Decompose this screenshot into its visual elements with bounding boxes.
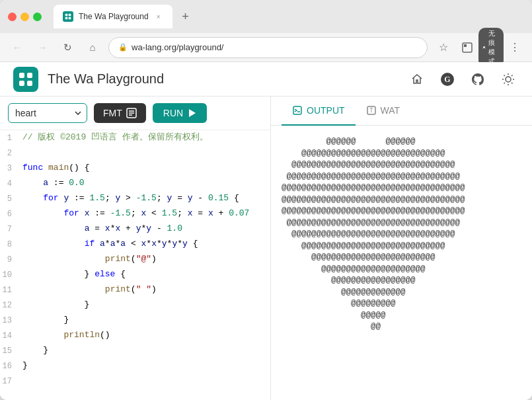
- back-button[interactable]: ←: [8, 38, 26, 57]
- code-panel: heart hello fibonacci prime FMT RUN 1: [0, 97, 271, 400]
- title-bar: The Wa Playground × +: [0, 0, 532, 33]
- lock-icon: 🔒: [118, 43, 128, 52]
- tab-output-label: OUTPUT: [307, 105, 345, 116]
- svg-rect-8: [27, 73, 32, 78]
- svg-line-21: [504, 83, 506, 84]
- code-line-5: 5 for y := 1.5; y > -1.5; y = y - 0.15 {: [0, 191, 270, 206]
- svg-line-19: [512, 83, 513, 84]
- bookmark-button[interactable]: ☆: [434, 38, 453, 57]
- active-tab[interactable]: The Wa Playground ×: [54, 5, 172, 28]
- header-icons: G: [406, 69, 519, 90]
- svg-rect-10: [27, 81, 32, 86]
- incognito-button[interactable]: 无痕模式: [482, 38, 500, 57]
- home-button[interactable]: ⌂: [83, 38, 102, 57]
- more-button[interactable]: ⋮: [506, 38, 524, 57]
- app-header: The Wa Playground G: [0, 62, 532, 97]
- svg-point-13: [506, 77, 511, 82]
- wat-icon: T: [366, 105, 377, 116]
- code-line-17: 17: [0, 374, 270, 389]
- tab-wat-label: WAT: [381, 105, 400, 116]
- svg-rect-5: [464, 44, 467, 47]
- tab-toggle-button[interactable]: [458, 38, 476, 57]
- github-icon-button[interactable]: [467, 69, 488, 90]
- address-bar: ← → ↻ ⌂ 🔒 wa-lang.org/playground/ ☆ 无痕模式…: [0, 33, 532, 62]
- output-content: @@@@@@ @@@@@@ @@@@@@@@@@@@@@@@@@@@@@@@@@…: [271, 126, 532, 400]
- fmt-button[interactable]: FMT: [94, 103, 146, 123]
- output-tabs: OUTPUT T WAT: [271, 97, 532, 126]
- code-line-9: 9 print("@"): [0, 252, 270, 267]
- code-line-6: 6 for x := -1.5; x < 1.5; x = x + 0.07: [0, 206, 270, 221]
- code-line-16: 16 }: [0, 358, 270, 374]
- svg-line-18: [504, 75, 506, 76]
- svg-rect-3: [69, 17, 71, 20]
- forward-button[interactable]: →: [33, 38, 52, 57]
- svg-rect-1: [69, 14, 71, 17]
- new-tab-button[interactable]: +: [176, 7, 195, 26]
- svg-point-6: [483, 46, 485, 48]
- app-logo: [13, 67, 38, 92]
- code-line-12: 12 }: [0, 298, 270, 313]
- code-line-2: 2: [0, 145, 270, 161]
- main-content: heart hello fibonacci prime FMT RUN 1: [0, 97, 532, 400]
- code-line-15: 15 }: [0, 343, 270, 358]
- code-line-10: 10 } else {: [0, 267, 270, 282]
- terminal-icon: [292, 105, 303, 116]
- code-line-13: 13 }: [0, 313, 270, 328]
- app-title: The Wa Playground: [48, 71, 406, 87]
- home-icon-button[interactable]: [406, 69, 428, 90]
- code-line-3: 3 func main() {: [0, 161, 270, 176]
- svg-text:T: T: [369, 108, 373, 114]
- code-line-11: 11 print(" "): [0, 282, 270, 298]
- url-text: wa-lang.org/playground/: [132, 42, 223, 52]
- tab-favicon: [63, 11, 73, 22]
- tab-bar: The Wa Playground × +: [54, 5, 524, 28]
- browser-right-icons: ☆ 无痕模式 ⋮: [434, 38, 524, 57]
- code-line-7: 7 a = x*x + y*y - 1.0: [0, 221, 270, 237]
- svg-rect-7: [19, 73, 24, 78]
- run-label: RUN: [163, 108, 183, 118]
- tab-title: The Wa Playground: [79, 12, 149, 21]
- browser-window: The Wa Playground × + ← → ↻ ⌂ 🔒 wa-lang.…: [0, 0, 532, 400]
- svg-rect-0: [65, 14, 68, 17]
- traffic-lights: [8, 13, 42, 21]
- reload-button[interactable]: ↻: [58, 38, 77, 57]
- code-line-1: 1 // 版权 ©2019 凹语言 作者。保留所有权利。: [0, 130, 270, 145]
- tab-output[interactable]: OUTPUT: [282, 97, 356, 126]
- address-input[interactable]: 🔒 wa-lang.org/playground/: [108, 37, 428, 58]
- svg-text:G: G: [444, 75, 450, 84]
- code-line-8: 8 if a*a*a < x*x*y*y*y {: [0, 237, 270, 252]
- fmt-label: FMT: [103, 108, 122, 118]
- code-line-4: 4 a := 0.0: [0, 176, 270, 191]
- output-panel: OUTPUT T WAT @@@@@@ @@@@@@ @@@@@@@@@@@@@…: [271, 97, 532, 400]
- svg-rect-2: [65, 17, 68, 20]
- svg-marker-26: [189, 109, 196, 117]
- minimize-button[interactable]: [20, 13, 29, 21]
- svg-line-20: [512, 75, 513, 76]
- toolbar: heart hello fibonacci prime FMT RUN: [0, 97, 270, 130]
- run-button[interactable]: RUN: [153, 103, 207, 123]
- close-button[interactable]: [8, 13, 17, 21]
- tab-wat[interactable]: T WAT: [356, 97, 411, 126]
- theme-toggle-button[interactable]: [498, 69, 519, 90]
- incognito-badge: 无痕模式: [478, 28, 504, 67]
- code-line-14: 14 println(): [0, 328, 270, 343]
- code-editor[interactable]: 1 // 版权 ©2019 凹语言 作者。保留所有权利。 2 3 func ma…: [0, 130, 270, 400]
- maximize-button[interactable]: [33, 13, 42, 21]
- svg-rect-9: [19, 81, 24, 86]
- grammarly-button[interactable]: G: [437, 69, 458, 90]
- tab-close-button[interactable]: ×: [154, 12, 163, 21]
- example-selector[interactable]: heart hello fibonacci prime: [8, 103, 87, 123]
